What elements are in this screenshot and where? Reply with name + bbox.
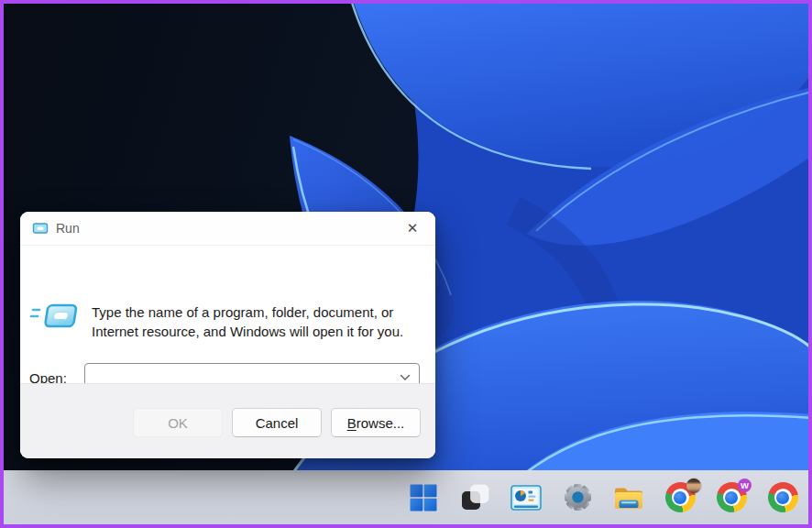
cancel-button[interactable]: Cancel [232, 408, 322, 437]
description-line-1: Type the name of a program, folder, docu… [92, 302, 403, 322]
task-view-icon [461, 483, 489, 512]
run-icon [32, 222, 49, 235]
system-configuration-button[interactable] [510, 482, 542, 513]
task-view-button[interactable] [459, 482, 490, 513]
desktop: Run ✕ Type the name of a p [0, 0, 812, 528]
chrome-profile-photo-button[interactable] [664, 482, 696, 513]
taskbar: W [4, 470, 808, 524]
run-icon-large [29, 297, 81, 339]
dialog-titlebar: Run ✕ [20, 212, 435, 246]
chrome-profile-w-button[interactable]: W [716, 482, 747, 513]
profile-w-badge: W [738, 478, 752, 492]
windows-logo-icon [410, 484, 437, 512]
dialog-title: Run [56, 221, 80, 236]
system-configuration-icon [510, 485, 542, 511]
profile-photo-badge [686, 478, 701, 493]
settings-button[interactable] [562, 482, 593, 513]
chrome-icon [768, 482, 798, 512]
browse-button[interactable]: Browse... [331, 408, 421, 437]
chrome-default-button[interactable] [767, 482, 798, 513]
ok-button[interactable]: OK [133, 408, 223, 437]
file-explorer-button[interactable] [613, 482, 644, 513]
dialog-body: Type the name of a program, folder, docu… [20, 246, 435, 382]
settings-gear-icon [563, 482, 593, 512]
taskbar-icons: W [408, 482, 798, 513]
dialog-description: Type the name of a program, folder, docu… [92, 302, 403, 341]
description-line-2: Internet resource, and Windows will open… [92, 322, 403, 341]
dialog-footer: OK Cancel Browse... [20, 383, 435, 458]
start-button[interactable] [408, 482, 439, 513]
close-icon: ✕ [407, 220, 419, 236]
run-dialog: Run ✕ Type the name of a p [20, 212, 435, 458]
file-explorer-icon [613, 484, 644, 511]
close-button[interactable]: ✕ [397, 215, 428, 241]
